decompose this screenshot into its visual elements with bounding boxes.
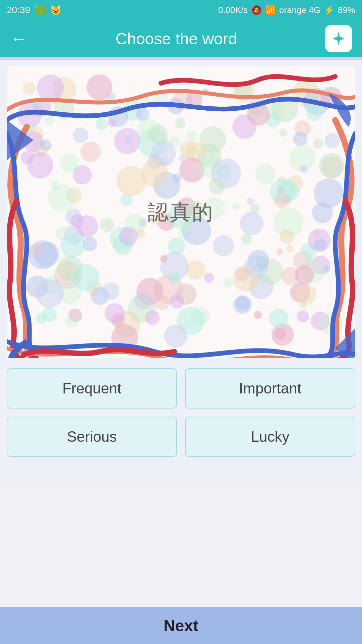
image-frame: 認真的 [7, 66, 355, 358]
answer-frequent[interactable]: Frequent [7, 368, 177, 409]
status-time: 20:39 [7, 5, 30, 15]
status-bar: 20:39 🟩 😺 0.00K/s 🔕 📶 orange 4G ⚡ 89% [0, 0, 362, 20]
status-bar-right: 0.00K/s 🔕 📶 orange 4G ⚡ 89% [218, 5, 355, 15]
divider [0, 57, 362, 60]
sparkle-button[interactable] [325, 25, 352, 52]
main-content: 認真的 Frequent Important Serious Lucky [0, 60, 362, 484]
answer-serious[interactable]: Serious [7, 417, 177, 457]
answer-lucky[interactable]: Lucky [185, 417, 355, 457]
answer-important[interactable]: Important [185, 368, 355, 409]
mute-icon: 🔕 [251, 5, 262, 15]
answer-grid: Frequent Important Serious Lucky [7, 368, 355, 457]
app-bar: ← Choose the word [0, 20, 362, 57]
signal-icon: 📶 [265, 5, 276, 15]
network-speed: 0.00K/s [218, 5, 248, 15]
next-label: Next [164, 616, 198, 635]
status-icon2: 😺 [50, 5, 62, 16]
status-icon1: 🟩 [34, 5, 46, 16]
carrier-label: orange 4G [279, 5, 320, 15]
sparkle-icon [330, 30, 347, 47]
chinese-word: 認真的 [148, 198, 214, 226]
status-bar-left: 20:39 🟩 😺 [7, 5, 62, 16]
back-button[interactable]: ← [10, 30, 27, 47]
next-button[interactable]: Next [0, 607, 362, 644]
charging-icon: ⚡ [324, 5, 335, 15]
page-title: Choose the word [116, 30, 237, 48]
battery-label: 89% [338, 5, 355, 15]
